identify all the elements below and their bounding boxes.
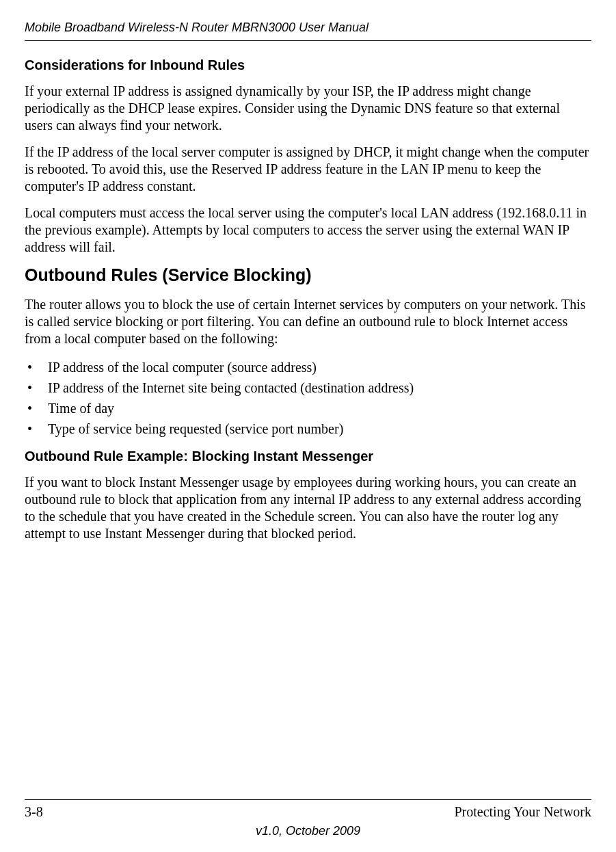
list-item: Type of service being requested (service… <box>25 418 591 439</box>
paragraph: Local computers must access the local se… <box>25 204 591 256</box>
paragraph: The router allows you to block the use o… <box>25 296 591 347</box>
bullet-list: IP address of the local computer (source… <box>25 357 591 439</box>
header-title: Mobile Broadband Wireless-N Router MBRN3… <box>25 21 369 34</box>
paragraph: If you want to block Instant Messenger u… <box>25 474 591 542</box>
footer-top-row: 3-8 Protecting Your Network <box>25 804 591 820</box>
paragraph: If the IP address of the local server co… <box>25 144 591 195</box>
chapter-title: Protecting Your Network <box>454 804 591 820</box>
list-item: IP address of the local computer (source… <box>25 357 591 377</box>
section-heading-outbound-rules: Outbound Rules (Service Blocking) <box>25 265 591 285</box>
paragraph: If your external IP address is assigned … <box>25 83 591 134</box>
document-header: Mobile Broadband Wireless-N Router MBRN3… <box>25 21 591 41</box>
footer-version: v1.0, October 2009 <box>25 824 591 838</box>
section-heading-considerations: Considerations for Inbound Rules <box>25 57 591 73</box>
list-item: IP address of the Internet site being co… <box>25 377 591 398</box>
page-footer: 3-8 Protecting Your Network v1.0, Octobe… <box>25 799 591 838</box>
section-heading-outbound-example: Outbound Rule Example: Blocking Instant … <box>25 449 591 464</box>
list-item: Time of day <box>25 398 591 418</box>
page-number: 3-8 <box>25 804 43 820</box>
page-content: Considerations for Inbound Rules If your… <box>25 57 591 799</box>
